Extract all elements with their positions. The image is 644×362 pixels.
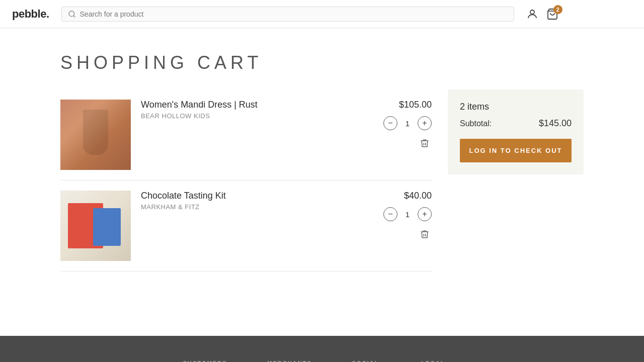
item-info-chocolate: Chocolate Tasting Kit MARKHAM & FITZ bbox=[141, 191, 361, 219]
footer-heading-merchants: MERCHANTS bbox=[267, 360, 311, 362]
search-input[interactable] bbox=[80, 10, 508, 18]
cart-summary: 2 items Subtotal: $145.00 LOG IN TO CHEC… bbox=[448, 89, 584, 174]
delete-chocolate[interactable] bbox=[418, 227, 432, 241]
decrease-qty-chocolate[interactable]: − bbox=[383, 207, 397, 221]
search-icon bbox=[68, 10, 76, 18]
subtotal-value: $145.00 bbox=[539, 118, 572, 129]
increase-qty-dress[interactable]: + bbox=[418, 116, 432, 130]
item-brand-dress: Bear Hollow Kids bbox=[141, 112, 361, 120]
search-bar[interactable] bbox=[61, 7, 514, 22]
item-name-dress: Women's Mandi Dress | Rust bbox=[141, 100, 361, 110]
footer-col-social: SOCIAL Instagram Facebook LinkedIn YouTu… bbox=[352, 360, 381, 362]
svg-point-2 bbox=[530, 10, 534, 14]
account-button[interactable] bbox=[526, 8, 538, 20]
footer-col-merchants: MERCHANTS Sell on Pebble Support bbox=[267, 360, 311, 362]
subtotal-label: Subtotal: bbox=[460, 119, 492, 128]
qty-value-dress: 1 bbox=[404, 119, 412, 128]
item-right-chocolate: $40.00 − 1 + bbox=[371, 191, 432, 241]
quantity-control-dress: − 1 + bbox=[383, 116, 432, 130]
item-brand-chocolate: MARKHAM & FITZ bbox=[141, 203, 361, 211]
cart-item-chocolate: Chocolate Tasting Kit MARKHAM & FITZ $40… bbox=[60, 180, 432, 272]
decrease-qty-dress[interactable]: − bbox=[383, 116, 397, 130]
footer-heading-social: SOCIAL bbox=[352, 360, 381, 362]
item-image-chocolate bbox=[60, 191, 131, 261]
header-icons: 2 bbox=[526, 8, 558, 20]
item-price-dress: $105.00 bbox=[399, 100, 432, 110]
summary-subtotal-row: Subtotal: $145.00 bbox=[460, 118, 572, 129]
footer-col-customers: CUSTOMERS Log in Sign up Blog bbox=[183, 360, 227, 362]
summary-box: 2 items Subtotal: $145.00 LOG IN TO CHEC… bbox=[448, 89, 584, 174]
cart-item-dress: Women's Mandi Dress | Rust Bear Hollow K… bbox=[60, 89, 432, 180]
footer: CUSTOMERS Log in Sign up Blog MERCHANTS … bbox=[0, 336, 644, 362]
footer-heading-customers: CUSTOMERS bbox=[183, 360, 227, 362]
trash-icon-dress bbox=[420, 138, 430, 148]
logo: pebble. bbox=[12, 8, 49, 21]
footer-heading-legal: LEGAL bbox=[421, 360, 461, 362]
trash-icon-chocolate bbox=[420, 229, 430, 239]
item-name-chocolate: Chocolate Tasting Kit bbox=[141, 191, 361, 201]
footer-col-legal: LEGAL Privacy policy Terms of use Credit… bbox=[421, 360, 461, 362]
cart-badge: 2 bbox=[553, 5, 562, 14]
cart-items: Women's Mandi Dress | Rust Bear Hollow K… bbox=[60, 89, 432, 272]
cart-button[interactable]: 2 bbox=[546, 8, 558, 20]
item-info-dress: Women's Mandi Dress | Rust Bear Hollow K… bbox=[141, 100, 361, 128]
header: pebble. 2 bbox=[0, 0, 644, 28]
main-content: Shopping Cart Women's Mandi Dress | Rust… bbox=[20, 28, 624, 296]
item-price-chocolate: $40.00 bbox=[404, 191, 432, 201]
checkout-button[interactable]: LOG IN TO CHECK OUT bbox=[460, 139, 572, 162]
cart-layout: Women's Mandi Dress | Rust Bear Hollow K… bbox=[60, 89, 584, 272]
footer-columns: CUSTOMERS Log in Sign up Blog MERCHANTS … bbox=[40, 360, 604, 362]
page-title: Shopping Cart bbox=[60, 52, 584, 73]
item-image-dress bbox=[60, 100, 131, 170]
delete-dress[interactable] bbox=[418, 136, 432, 150]
quantity-control-chocolate: − 1 + bbox=[383, 207, 432, 221]
increase-qty-chocolate[interactable]: + bbox=[418, 207, 432, 221]
account-icon bbox=[526, 8, 538, 20]
qty-value-chocolate: 1 bbox=[404, 210, 412, 219]
svg-line-1 bbox=[73, 16, 75, 17]
item-right-dress: $105.00 − 1 + bbox=[371, 100, 432, 150]
summary-items-count: 2 items bbox=[460, 102, 572, 112]
